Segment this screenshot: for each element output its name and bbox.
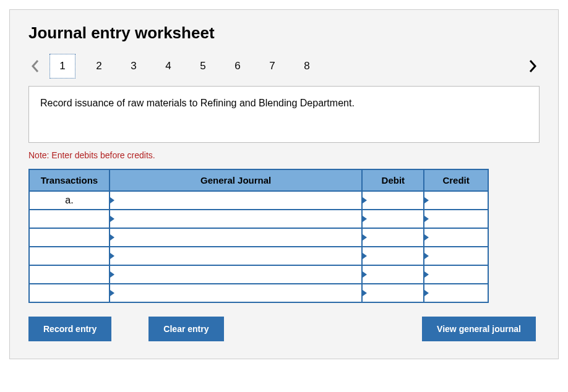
record-entry-button[interactable]: Record entry xyxy=(28,317,111,341)
prompt-box: Record issuance of raw materials to Refi… xyxy=(28,86,540,143)
debit-cell[interactable] xyxy=(362,284,424,302)
general-journal-cell[interactable] xyxy=(110,284,363,302)
header-general-journal: General Journal xyxy=(110,169,363,191)
page-number-list: 1 2 3 4 5 6 7 8 xyxy=(49,54,324,79)
header-credit: Credit xyxy=(424,169,488,191)
credit-cell[interactable] xyxy=(424,228,488,247)
table-row xyxy=(29,284,488,302)
table-row xyxy=(29,265,488,284)
page-number-8[interactable]: 8 xyxy=(290,54,324,79)
header-transactions: Transactions xyxy=(29,169,110,191)
view-general-journal-button[interactable]: View general journal xyxy=(422,317,536,341)
chevron-right-icon[interactable] xyxy=(526,59,540,73)
transaction-cell xyxy=(29,265,110,284)
general-journal-cell[interactable] xyxy=(110,228,363,247)
credit-cell[interactable] xyxy=(424,191,488,210)
debit-cell[interactable] xyxy=(362,210,424,228)
button-row: Record entry Clear entry View general jo… xyxy=(28,317,536,341)
header-debit: Debit xyxy=(362,169,424,191)
page-title: Journal entry worksheet xyxy=(28,23,540,43)
page-number-4[interactable]: 4 xyxy=(151,54,186,79)
page-number-3[interactable]: 3 xyxy=(116,54,151,79)
debit-cell[interactable] xyxy=(362,191,424,210)
table-row xyxy=(29,228,488,247)
transaction-cell xyxy=(29,228,110,247)
note-text: Note: Enter debits before credits. xyxy=(28,150,540,160)
journal-table: Transactions General Journal Debit Credi… xyxy=(28,169,489,303)
credit-cell[interactable] xyxy=(424,265,488,284)
worksheet-panel: Journal entry worksheet 1 2 3 4 5 6 7 8 … xyxy=(9,9,559,359)
page-number-1[interactable]: 1 xyxy=(49,54,75,79)
pager: 1 2 3 4 5 6 7 8 xyxy=(28,53,540,80)
credit-cell[interactable] xyxy=(424,210,488,228)
transaction-cell: a. xyxy=(29,191,110,210)
page-number-6[interactable]: 6 xyxy=(220,54,255,79)
table-row xyxy=(29,210,488,228)
page-number-7[interactable]: 7 xyxy=(255,54,290,79)
page-number-2[interactable]: 2 xyxy=(82,54,116,79)
prompt-text: Record issuance of raw materials to Refi… xyxy=(40,98,355,108)
debit-cell[interactable] xyxy=(362,228,424,247)
general-journal-cell[interactable] xyxy=(110,247,363,265)
transaction-cell xyxy=(29,210,110,228)
debit-cell[interactable] xyxy=(362,265,424,284)
general-journal-cell[interactable] xyxy=(110,265,363,284)
debit-cell[interactable] xyxy=(362,247,424,265)
clear-entry-button[interactable]: Clear entry xyxy=(148,317,223,341)
table-row: a. xyxy=(29,191,488,210)
transaction-cell xyxy=(29,247,110,265)
page-number-5[interactable]: 5 xyxy=(186,54,220,79)
transaction-cell xyxy=(29,284,110,302)
general-journal-cell[interactable] xyxy=(110,210,363,228)
credit-cell[interactable] xyxy=(424,284,488,302)
table-row xyxy=(29,247,488,265)
general-journal-cell[interactable] xyxy=(110,191,363,210)
credit-cell[interactable] xyxy=(424,247,488,265)
chevron-left-icon[interactable] xyxy=(28,59,42,73)
